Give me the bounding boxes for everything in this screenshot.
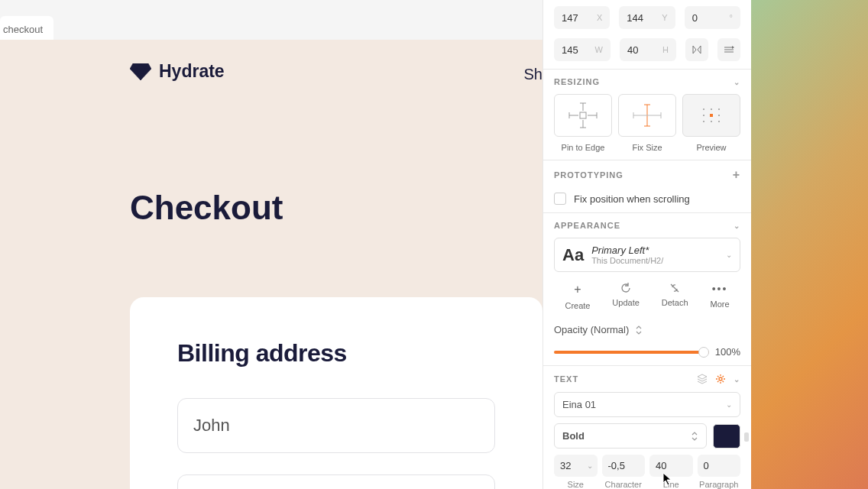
rotation-label: ° [730,13,733,22]
text-style-selector[interactable]: Aa Primary Left* This Document/H2/ ⌄ [554,238,740,272]
fix-scroll-checkbox[interactable] [554,193,566,205]
prototyping-section: PROTOTYPING + Fix position when scrollin… [543,160,751,213]
aa-icon: Aa [562,245,584,265]
opacity-value: 100% [715,346,740,358]
prototyping-title: PROTOTYPING [554,170,623,180]
font-family-selector[interactable]: Eina 01 ⌄ [554,392,740,417]
inspector-panel: X Y ° W H [542,0,751,489]
preview-button[interactable]: Preview [682,94,740,152]
svg-point-24 [719,377,722,381]
gear-icon[interactable] [715,374,726,384]
line-label: Line [649,480,693,489]
chevron-down-icon[interactable]: ⌄ [734,375,740,384]
layers-icon[interactable] [697,374,708,384]
y-input-wrap: Y [619,6,675,29]
create-style-button[interactable]: + Create [565,283,590,310]
text-section: TEXT ⌄ Eina 01 ⌄ Bold ⌄ [543,366,751,489]
diamond-icon [130,63,151,80]
add-prototype-button[interactable]: + [733,168,740,182]
style-name: Primary Left* [591,244,718,256]
chevron-down-icon: ⌄ [726,251,732,259]
text-title: TEXT [554,374,578,384]
chevron-down-icon[interactable]: ⌄ [734,222,740,230]
line-height-input[interactable] [656,460,687,471]
update-label: Update [612,298,639,307]
flip-horizontal-button[interactable] [685,38,708,61]
flip-horizontal-icon [691,44,702,55]
update-style-button[interactable]: Update [612,283,639,310]
rotation-input-wrap: ° [685,6,740,29]
svg-point-17 [711,108,712,110]
detach-label: Detach [662,298,688,307]
stepper-icon [691,431,698,442]
dots-icon: ••• [712,283,728,295]
line-height-input-wrap [649,455,693,477]
svg-point-19 [703,115,704,116]
size-label: Size [554,480,598,489]
paragraph-spacing-input[interactable] [704,460,735,471]
font-weight-selector[interactable]: Bold [554,423,707,449]
svg-rect-0 [580,112,586,118]
first-name-field[interactable] [193,416,479,436]
flip-vertical-icon [724,44,734,55]
svg-point-21 [703,121,704,122]
y-label: Y [662,13,667,22]
stepper-icon[interactable] [635,325,643,335]
svg-point-23 [718,121,720,122]
x-label: X [597,13,602,22]
height-label: H [662,45,669,54]
text-color-swatch[interactable] [713,424,740,449]
height-input-wrap: H [620,38,676,61]
slider-thumb[interactable] [698,347,709,358]
unlink-icon [669,283,680,293]
width-label: W [595,45,603,54]
pin-to-edge-button[interactable]: Pin to Edge [554,94,612,152]
character-label: Character [602,480,646,489]
plus-icon: + [574,283,581,296]
page-title: Checkout [130,189,283,227]
brand: Hydrate [130,61,225,82]
opacity-slider[interactable] [554,351,709,354]
svg-rect-15 [710,114,713,117]
artboard[interactable]: Hydrate Sh Checkout Billing address [0,40,542,489]
flip-vertical-button[interactable] [717,38,740,61]
refresh-icon [620,283,631,293]
tab-checkout[interactable]: checkout [0,16,53,40]
fix-size-label: Fix Size [632,143,662,152]
svg-point-20 [718,115,720,116]
brand-name: Hydrate [159,61,225,82]
design-canvas[interactable]: checkout Hydrate Sh Checkout Billing add… [0,0,542,489]
billing-heading: Billing address [177,339,495,368]
paragraph-label: Paragraph [698,480,741,489]
character-spacing-input[interactable] [608,460,640,471]
pin-to-edge-label: Pin to Edge [562,143,605,152]
rotation-input[interactable] [692,12,733,24]
detach-style-button[interactable]: Detach [662,283,688,310]
resizing-title: RESIZING [554,77,600,86]
svg-point-18 [718,108,720,110]
preview-thumb [682,94,740,137]
fix-scroll-label: Fix position when scrolling [574,193,690,205]
nav-link-shop[interactable]: Sh [524,66,542,83]
fix-size-button[interactable]: Fix Size [618,94,676,152]
chevron-down-icon[interactable]: ⌄ [587,461,593,470]
more-label: More [710,300,729,309]
appearance-title: APPEARANCE [554,221,620,230]
font-family-value: Eina 01 [562,399,596,410]
paragraph-spacing-input-wrap [698,455,741,477]
chevron-down-icon[interactable]: ⌄ [734,78,740,86]
svg-point-22 [711,121,712,122]
last-name-field-wrap [177,474,495,489]
chevron-down-icon: ⌄ [726,400,732,409]
appearance-section: APPEARANCE ⌄ Aa Primary Left* This Docum… [543,213,751,366]
first-name-field-wrap [177,398,495,453]
billing-card: Billing address [130,297,542,489]
more-style-button[interactable]: ••• More [710,283,729,310]
style-path: This Document/H2/ [591,256,718,265]
background-gradient [750,0,868,489]
font-size-input-wrap: ⌄ [554,455,598,477]
opacity-label: Opacity (Normal) [554,324,629,335]
create-label: Create [565,301,590,310]
character-spacing-input-wrap [602,455,646,477]
fix-size-thumb [618,94,676,137]
